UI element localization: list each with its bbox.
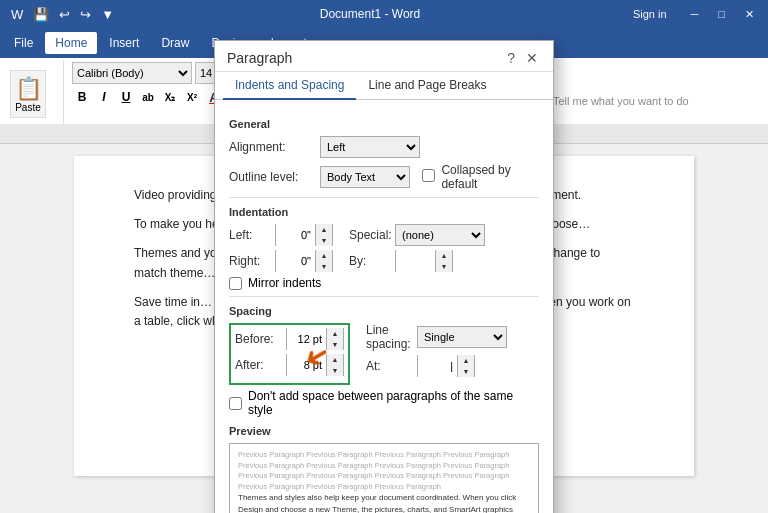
dialog-body: General Alignment: Left Outline level: B… xyxy=(215,100,553,144)
dialog-help-button[interactable]: ? xyxy=(507,50,515,66)
tab-indents-spacing[interactable]: Indents and Spacing xyxy=(223,72,356,100)
alignment-label: Alignment: xyxy=(229,140,314,144)
dialog-title: Paragraph xyxy=(227,50,292,66)
alignment-select[interactable]: Left xyxy=(320,136,420,144)
paragraph-dialog: Paragraph ? ✕ Indents and Spacing Line a… xyxy=(214,40,554,144)
dialog-tabs: Indents and Spacing Line and Page Breaks xyxy=(215,72,553,100)
general-section-header: General xyxy=(229,118,539,130)
tab-line-page-breaks[interactable]: Line and Page Breaks xyxy=(356,72,498,100)
dialog-title-buttons: ? ✕ xyxy=(507,49,541,67)
dialog-overlay: Paragraph ? ✕ Indents and Spacing Line a… xyxy=(0,0,768,144)
alignment-row: Alignment: Left xyxy=(229,136,539,144)
dialog-close-button[interactable]: ✕ xyxy=(523,49,541,67)
dialog-title-bar: Paragraph ? ✕ xyxy=(215,41,553,72)
